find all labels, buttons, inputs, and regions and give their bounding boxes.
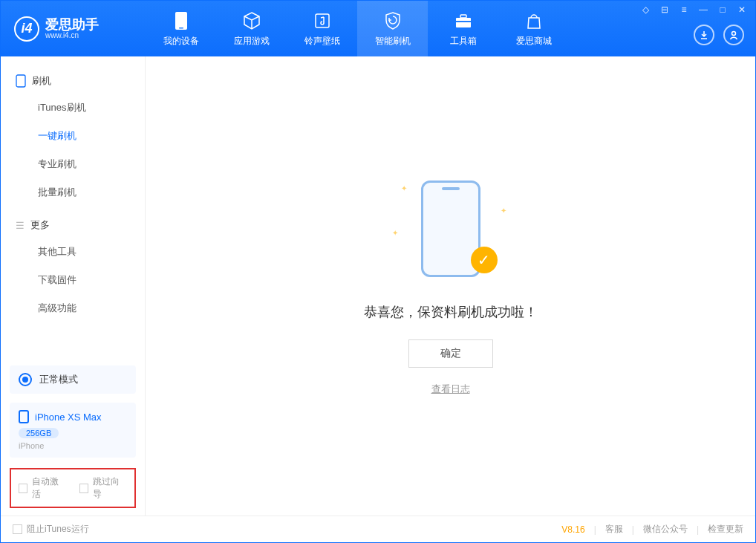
shield-icon bbox=[382, 10, 403, 31]
device-capacity: 256GB bbox=[19, 428, 59, 438]
cube-icon bbox=[241, 10, 262, 31]
success-message: 恭喜您，保资料刷机成功啦！ bbox=[364, 303, 538, 321]
sidebar-pro-flash[interactable]: 专业刷机 bbox=[1, 150, 145, 178]
highlighted-options: 自动激活 跳过向导 bbox=[10, 468, 136, 508]
main-nav: 我的设备 应用游戏 铃声壁纸 智能刷机 工具箱 爱思商城 bbox=[146, 1, 569, 56]
svg-rect-2 bbox=[316, 14, 329, 27]
svg-rect-3 bbox=[456, 18, 471, 27]
success-illustration: ✦ ✦ ✦ ✓ bbox=[388, 177, 514, 281]
bag-icon bbox=[524, 10, 544, 31]
skin-icon[interactable]: ◇ bbox=[639, 4, 651, 15]
confirm-button[interactable]: 确定 bbox=[408, 339, 493, 368]
sidebar-group-flash: 刷机 bbox=[1, 68, 145, 94]
sidebar-advanced[interactable]: 高级功能 bbox=[1, 294, 145, 322]
sidebar: 刷机 iTunes刷机 一键刷机 专业刷机 批量刷机 ☰ 更多 其他工具 下载固… bbox=[1, 56, 146, 516]
mode-card[interactable]: 正常模式 bbox=[10, 365, 136, 394]
feedback-icon[interactable]: ⊟ bbox=[659, 4, 671, 15]
svg-rect-4 bbox=[460, 15, 466, 18]
close-icon[interactable]: ✕ bbox=[736, 4, 748, 15]
user-button[interactable] bbox=[723, 25, 744, 45]
mode-label: 正常模式 bbox=[39, 373, 78, 386]
view-log-link[interactable]: 查看日志 bbox=[431, 383, 470, 396]
device-name: iPhone XS Max bbox=[35, 412, 102, 423]
window-controls: ◇ ⊟ ≡ — □ ✕ bbox=[639, 4, 748, 15]
svg-rect-5 bbox=[456, 21, 471, 22]
sidebar-group-more: ☰ 更多 bbox=[1, 212, 145, 238]
nav-smart-flash[interactable]: 智能刷机 bbox=[357, 1, 428, 56]
logo: i4 爱思助手 www.i4.cn bbox=[1, 16, 146, 42]
check-update-link[interactable]: 检查更新 bbox=[708, 523, 743, 536]
checkbox-icon bbox=[79, 484, 88, 493]
block-itunes-checkbox[interactable]: 阻止iTunes运行 bbox=[13, 523, 89, 536]
nav-store[interactable]: 爱思商城 bbox=[498, 1, 569, 56]
check-badge-icon: ✓ bbox=[471, 247, 498, 273]
svg-rect-1 bbox=[179, 27, 183, 29]
sparkle-icon: ✦ bbox=[392, 229, 398, 237]
nav-my-device[interactable]: 我的设备 bbox=[146, 1, 216, 56]
svg-rect-7 bbox=[16, 75, 25, 87]
device-phone-icon bbox=[19, 410, 29, 423]
checkbox-icon bbox=[13, 524, 22, 534]
sidebar-itunes-flash[interactable]: iTunes刷机 bbox=[1, 94, 145, 122]
svg-point-6 bbox=[732, 32, 736, 36]
download-button[interactable] bbox=[694, 25, 714, 45]
nav-toolbox[interactable]: 工具箱 bbox=[428, 1, 498, 56]
maximize-icon[interactable]: □ bbox=[717, 4, 729, 15]
auto-activate-checkbox[interactable]: 自动激活 bbox=[19, 475, 66, 501]
title-bar: i4 爱思助手 www.i4.cn 我的设备 应用游戏 铃声壁纸 智能刷机 工具… bbox=[1, 1, 755, 56]
checkbox-icon bbox=[19, 484, 27, 493]
main-content: ✦ ✦ ✦ ✓ 恭喜您，保资料刷机成功啦！ 确定 查看日志 bbox=[146, 56, 755, 516]
music-icon bbox=[312, 10, 333, 31]
skip-guide-checkbox[interactable]: 跳过向导 bbox=[79, 475, 127, 501]
sidebar-download-firmware[interactable]: 下载固件 bbox=[1, 266, 145, 294]
nav-ringtones[interactable]: 铃声壁纸 bbox=[287, 1, 357, 56]
phone-icon bbox=[171, 10, 192, 31]
sparkle-icon: ✦ bbox=[401, 184, 407, 192]
list-icon: ☰ bbox=[16, 220, 25, 231]
mode-icon bbox=[19, 373, 32, 386]
logo-icon: i4 bbox=[14, 16, 39, 42]
svg-rect-0 bbox=[175, 12, 187, 30]
device-card[interactable]: iPhone XS Max 256GB iPhone bbox=[10, 403, 136, 458]
menu-icon[interactable]: ≡ bbox=[678, 4, 690, 15]
app-title: 爱思助手 bbox=[45, 18, 99, 31]
wechat-link[interactable]: 微信公众号 bbox=[643, 523, 688, 536]
status-bar: 阻止iTunes运行 V8.16 | 客服 | 微信公众号 | 检查更新 bbox=[1, 516, 755, 542]
header-right-actions bbox=[694, 25, 744, 45]
minimize-icon[interactable]: — bbox=[697, 4, 709, 15]
device-icon bbox=[16, 74, 26, 88]
sidebar-other-tools[interactable]: 其他工具 bbox=[1, 238, 145, 266]
version-label: V8.16 bbox=[561, 524, 584, 535]
device-type: iPhone bbox=[19, 441, 127, 450]
sparkle-icon: ✦ bbox=[501, 207, 506, 215]
support-link[interactable]: 客服 bbox=[605, 523, 623, 536]
toolbox-icon bbox=[453, 10, 474, 31]
nav-apps[interactable]: 应用游戏 bbox=[216, 1, 287, 56]
sidebar-one-click-flash[interactable]: 一键刷机 bbox=[1, 122, 145, 150]
app-subtitle: www.i4.cn bbox=[45, 31, 99, 39]
sidebar-batch-flash[interactable]: 批量刷机 bbox=[1, 178, 145, 207]
